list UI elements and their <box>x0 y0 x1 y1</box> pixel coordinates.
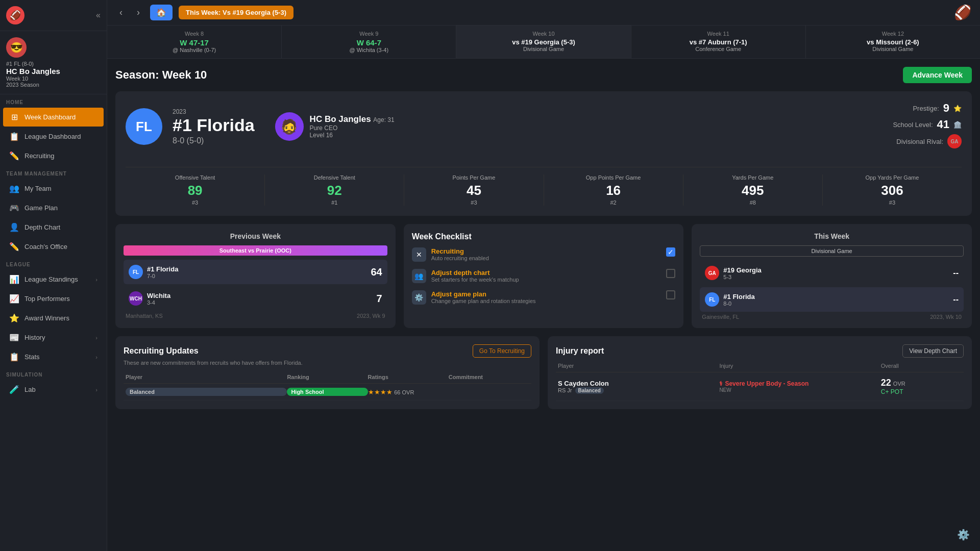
checklist-item-2: ⚙️ Adjust game plan Change game plan and… <box>412 290 676 305</box>
sidebar-item-league-dashboard[interactable]: 📋 League Dashboard <box>3 127 104 146</box>
main-content: ‹ › 🏠 This Week: Vs #19 Georgia (5-3) 🏈 … <box>107 0 980 551</box>
check-icon-0: ✕ <box>412 247 426 262</box>
sidebar-item-week-dashboard[interactable]: ⊞ Week Dashboard <box>3 108 104 127</box>
injury-title: Injury report <box>556 346 604 356</box>
prestige-value: 9 <box>943 102 949 115</box>
check-box-1[interactable] <box>666 269 675 278</box>
nav-label-my-team: My Team <box>24 185 52 192</box>
back-btn[interactable]: ‹ <box>115 5 127 20</box>
this-week-ref: 2023, Wk 10 <box>930 314 962 320</box>
nav-chevron-stats: › <box>95 354 97 360</box>
bottom-grid: Previous Week Southeast vs Prairie (OOC)… <box>115 224 972 328</box>
nav-icon-recruiting: ✏️ <box>9 151 19 161</box>
sidebar-item-recruiting[interactable]: ✏️ Recruiting <box>3 146 104 165</box>
sidebar-nav: HOME⊞ Week Dashboard 📋 League Dashboard … <box>0 94 107 399</box>
inj-col-player: Player <box>558 363 719 369</box>
this-team2-score: -- <box>953 295 959 304</box>
checklist-item-1: 👥 Adjust depth chart Set starters for th… <box>412 269 676 283</box>
user-week: Week 10 <box>6 76 101 82</box>
check-text-0: Recruiting Auto recruiting enabled <box>431 247 489 261</box>
nav-chevron-lab: › <box>95 387 97 393</box>
schedule-sub: Conference Game <box>640 46 797 52</box>
nav-icon-game-plan: 🎮 <box>9 203 19 213</box>
week-badge: This Week: Vs #19 Georgia (5-3) <box>179 6 293 19</box>
sidebar-item-top-performers[interactable]: 📈 Top Performers <box>3 289 104 308</box>
home-btn[interactable]: 🏠 <box>150 5 173 20</box>
col-commitment: Commitment <box>449 374 529 380</box>
nav-label-game-plan: Game Plan <box>24 204 58 212</box>
check-label-1: Adjust depth chart <box>431 269 519 277</box>
sidebar-item-game-plan[interactable]: 🎮 Game Plan <box>3 198 104 217</box>
sidebar-item-league-standings[interactable]: 📊 League Standings › <box>3 270 104 289</box>
sidebar-item-coaches-office[interactable]: ✏️ Coach's Office <box>3 237 104 256</box>
go-recruiting-btn[interactable]: Go To Recruiting <box>473 344 531 358</box>
team-logo: FL <box>126 108 162 145</box>
prev-team1-name: #1 Florida <box>147 265 178 273</box>
injury-ovr-val: 22 <box>881 378 891 388</box>
school-level-row: School Level: 41 🏛️ <box>893 118 962 131</box>
schedule-week-label: Week 8 <box>115 31 273 37</box>
schedule-item-week11[interactable]: Week 11vs #7 Auburn (7-1)Conference Game <box>631 26 806 58</box>
nav-icon-coaches-office: ✏️ <box>9 242 19 252</box>
prestige-row: Prestige: 9 ⭐ <box>893 102 962 115</box>
schedule-matchup: vs Missouri (2-6) <box>814 38 972 46</box>
nav-label-history: History <box>24 334 45 341</box>
rival-row: Divisional Rival: GA <box>893 134 962 148</box>
team-record: 8-0 (5-0) <box>173 136 255 145</box>
this-week-card: This Week Divisional Game GA #19 Georgia… <box>692 224 972 328</box>
sidebar-item-stats[interactable]: 📋 Stats › <box>3 347 104 366</box>
prestige-label: Prestige: <box>913 105 939 112</box>
sidebar-item-depth-chart[interactable]: 👤 Depth Chart <box>3 218 104 237</box>
sidebar-collapse-btn[interactable]: « <box>96 11 101 20</box>
recruiting-table-header: Player Ranking Ratings Commitment <box>124 371 531 384</box>
nav-icon-history: 📰 <box>9 333 19 342</box>
prev-team2-row: WCH Wichita 3-4 7 <box>124 286 387 311</box>
schedule-week-label: Week 12 <box>814 31 972 37</box>
team-abbr: FL <box>136 119 152 135</box>
schedule-item-week10[interactable]: Week 10vs #19 Georgia (5-3)Divisional Ga… <box>456 26 631 58</box>
user-card: 😎 #1 FL (8-0) HC Bo Jangles Week 10 2023… <box>0 31 107 94</box>
prev-team1-score: 64 <box>371 266 382 278</box>
this-team2-record: 8-0 <box>723 300 754 307</box>
bottom-two: Recruiting Updates Go To Recruiting Thes… <box>115 336 972 409</box>
schedule-matchup: vs #7 Auburn (7-1) <box>640 38 797 46</box>
sidebar-item-award-winners[interactable]: ⭐ Award Winners <box>3 309 104 328</box>
check-text-1: Adjust depth chart Set starters for the … <box>431 269 519 283</box>
schedule-item-week8[interactable]: Week 8W 47-17@ Nashville (0-7) <box>107 26 282 58</box>
check-box-2[interactable] <box>666 290 675 299</box>
this-week-title: This Week <box>700 232 964 240</box>
injury-row: S Cayden Colon RS Jr Balanced ⚕ Severe U… <box>556 372 964 401</box>
sidebar-item-my-team[interactable]: 👥 My Team <box>3 179 104 198</box>
sidebar-item-history[interactable]: 📰 History › <box>3 328 104 347</box>
stat-item-defensive-talent: Defensive Talent 92 #1 <box>265 174 404 206</box>
schedule-opp: @ Wichita (3-4) <box>290 47 448 53</box>
recruit-row: Balanced High School ★★★★ 66 OVR <box>124 384 531 400</box>
nav-label-award-winners: Award Winners <box>24 314 69 322</box>
forward-btn[interactable]: › <box>133 5 144 20</box>
this-location: Gainesville, FL <box>702 314 739 320</box>
team-card: FL 2023 #1 Florida 8-0 (5-0) 🧔 HC Bo Jan… <box>115 91 972 216</box>
view-depth-chart-btn[interactable]: View Depth Chart <box>902 344 964 358</box>
nav-label-stats: Stats <box>24 353 40 361</box>
sidebar-item-lab[interactable]: 🧪 Lab › <box>3 380 104 399</box>
nav-label-week-dashboard: Week Dashboard <box>24 113 76 121</box>
schedule-item-week9[interactable]: Week 9W 64-7@ Wichita (3-4) <box>282 26 456 58</box>
injury-pot-val: C+ POT <box>881 388 962 395</box>
injury-card: Injury report View Depth Chart Player In… <box>548 336 972 409</box>
main-scroll-content: Season: Week 10 Advance Week FL 2023 #1 … <box>107 59 980 551</box>
school-level-value: 41 <box>937 118 949 131</box>
top-nav: ‹ › 🏠 This Week: Vs #19 Georgia (5-3) 🏈 <box>107 0 980 26</box>
advance-week-btn[interactable]: Advance Week <box>903 67 972 83</box>
schedule-item-week12[interactable]: Week 12vs Missouri (2-6)Divisional Game <box>806 26 980 58</box>
prev-game-meta: Manhattan, KS 2023, Wk 9 <box>124 313 387 319</box>
this-team1-badge: GA <box>705 266 719 280</box>
this-team1-record: 5-3 <box>723 274 761 280</box>
prev-week-title: Previous Week <box>124 232 387 240</box>
prev-week-ref: 2023, Wk 9 <box>357 313 385 319</box>
nav-section-simulation: SIMULATION <box>0 367 107 380</box>
nav-label-depth-chart: Depth Chart <box>24 223 60 231</box>
check-box-0[interactable]: ✓ <box>666 247 675 257</box>
app-logo: 🏈 <box>6 6 24 24</box>
settings-icon[interactable]: ⚙️ <box>957 529 970 541</box>
this-team2-name: #1 Florida <box>723 293 754 300</box>
